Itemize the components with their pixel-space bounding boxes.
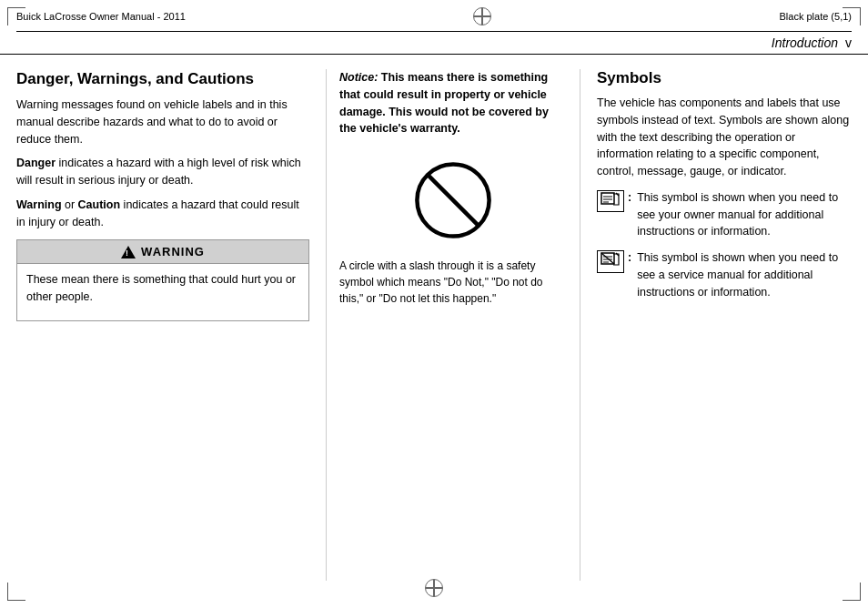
- symbol-item-1: : This symbol is shown when you need to …: [597, 189, 852, 240]
- warning-box: WARNING These mean there is something th…: [16, 239, 309, 321]
- owner-manual-icon: [601, 192, 621, 207]
- crosshair-bottom: [423, 577, 445, 599]
- header-center: [471, 5, 493, 27]
- danger-text: indicates a hazard with a high level of …: [16, 157, 301, 187]
- warning-triangle-icon: [121, 246, 136, 258]
- service-manual-icon: [601, 252, 621, 267]
- page-header: Buick LaCrosse Owner Manual - 2011 Black…: [0, 0, 868, 31]
- main-content: Danger, Warnings, and Cautions Warning m…: [0, 55, 868, 581]
- crosshair-top: [471, 5, 493, 27]
- warning-lead: Warning: [16, 198, 62, 211]
- crosshair-horiz: [474, 15, 490, 17]
- corner-mark-tl: [7, 7, 25, 25]
- section-title-block: Introduction v: [772, 35, 852, 50]
- middle-column: Notice: This means there is something th…: [326, 69, 580, 581]
- section-header: Introduction v: [0, 32, 868, 55]
- caution-lead: Caution: [78, 198, 121, 211]
- right-col-intro: The vehicle has components and labels th…: [597, 95, 852, 180]
- svg-line-1: [427, 174, 479, 227]
- left-column: Danger, Warnings, and Cautions Warning m…: [16, 69, 326, 581]
- corner-mark-bl: [7, 583, 25, 601]
- symbol2-text: This symbol is shown when you need to se…: [637, 249, 852, 300]
- corner-mark-tr: [843, 7, 861, 25]
- warning-paragraph: Warning or Caution indicates a hazard th…: [16, 197, 309, 231]
- symbol1-text: This symbol is shown when you need to se…: [637, 189, 852, 240]
- symbol1-icon: [597, 190, 624, 212]
- right-column: Symbols The vehicle has components and l…: [580, 69, 852, 581]
- section-title: Introduction: [772, 35, 838, 50]
- left-col-heading: Danger, Warnings, and Cautions: [16, 69, 309, 89]
- bottom-crosshair-horiz: [426, 587, 442, 589]
- notice-label: Notice:: [339, 71, 378, 84]
- symbol2-colon: :: [628, 249, 631, 267]
- warning-or: or: [62, 198, 78, 211]
- danger-paragraph: Danger indicates a hazard with a high le…: [16, 155, 309, 189]
- symbol-caption: A circle with a slash through it is a sa…: [339, 258, 567, 307]
- symbol-item-2: : This symbol is shown when you need to …: [597, 249, 852, 300]
- header-right-text: Black plate (5,1): [780, 11, 852, 22]
- header-left-text: Buick LaCrosse Owner Manual - 2011: [16, 11, 186, 22]
- warning-box-label: WARNING: [141, 245, 205, 258]
- no-symbol-container: [339, 150, 567, 250]
- right-col-heading: Symbols: [597, 69, 852, 87]
- symbol1-colon: :: [628, 189, 631, 207]
- warning-box-header: WARNING: [17, 240, 308, 264]
- bottom-crosshair-shape: [423, 577, 445, 599]
- section-page: v: [845, 35, 852, 50]
- danger-lead: Danger: [16, 157, 56, 169]
- warning-box-body: These mean there is something that could…: [17, 264, 308, 320]
- symbol2-icon: [597, 250, 624, 273]
- corner-mark-br: [843, 583, 861, 601]
- notice-paragraph: Notice: This means there is something th…: [339, 69, 567, 137]
- no-entry-symbol: [412, 159, 494, 241]
- warning-box-text: These mean there is something that could…: [26, 271, 299, 306]
- left-col-intro: Warning messages found on vehicle labels…: [16, 96, 309, 147]
